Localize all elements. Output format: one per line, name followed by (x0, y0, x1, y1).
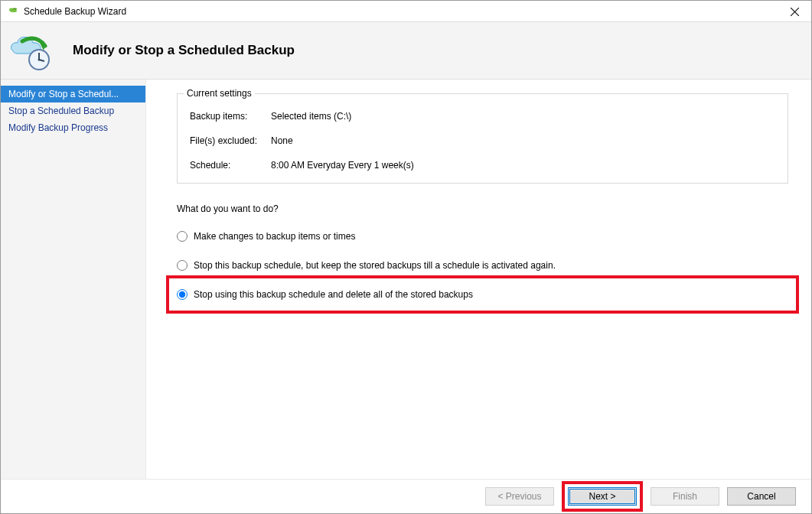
radio-stop-delete[interactable] (177, 289, 188, 300)
sidebar-item-modify-progress[interactable]: Modify Backup Progress (1, 119, 145, 136)
sidebar-item-label: Modify or Stop a Schedul... (8, 89, 119, 99)
app-icon (7, 5, 19, 18)
group-legend: Current settings (184, 88, 255, 99)
setting-label: Schedule: (190, 160, 271, 171)
radio-stop-keep[interactable] (177, 260, 188, 271)
radio-make-changes[interactable] (177, 231, 188, 242)
window-title: Schedule Backup Wizard (24, 6, 126, 17)
option-label: Stop using this backup schedule and dele… (194, 289, 473, 300)
setting-value: None (271, 135, 293, 146)
highlight-selected-option: Stop using this backup schedule and dele… (166, 275, 799, 314)
setting-row-schedule: Schedule: 8:00 AM Everyday Every 1 week(… (190, 160, 775, 171)
setting-value: 8:00 AM Everyday Every 1 week(s) (271, 160, 414, 171)
question-text: What do you want to do? (177, 203, 788, 214)
option-stop-keep[interactable]: Stop this backup schedule, but keep the … (177, 260, 788, 271)
wizard-steps-sidebar: Modify or Stop a Schedul... Stop a Sched… (1, 80, 146, 479)
option-label: Stop this backup schedule, but keep the … (194, 260, 556, 271)
next-button[interactable]: Next > (568, 487, 637, 506)
highlight-next-button: Next > (562, 481, 643, 512)
setting-row-backup-items: Backup items: Selected items (C:\) (190, 111, 775, 122)
cancel-button[interactable]: Cancel (727, 487, 796, 506)
setting-label: File(s) excluded: (190, 135, 271, 146)
titlebar: Schedule Backup Wizard (1, 1, 811, 22)
main-panel: Current settings Backup items: Selected … (146, 80, 811, 479)
sidebar-item-stop-scheduled[interactable]: Stop a Scheduled Backup (1, 102, 145, 119)
option-make-changes[interactable]: Make changes to backup items or times (177, 231, 788, 242)
setting-label: Backup items: (190, 111, 271, 122)
previous-button: < Previous (485, 487, 554, 506)
page-heading: Modify or Stop a Scheduled Backup (73, 43, 295, 58)
footer: < Previous Next > Finish Cancel (1, 479, 811, 513)
setting-row-files-excluded: File(s) excluded: None (190, 135, 775, 146)
sidebar-item-label: Stop a Scheduled Backup (8, 106, 114, 116)
finish-button: Finish (651, 487, 719, 506)
close-button[interactable] (778, 1, 811, 22)
sidebar-item-label: Modify Backup Progress (8, 122, 108, 133)
option-label: Make changes to backup items or times (194, 231, 355, 242)
banner-icon (8, 28, 54, 73)
wizard-window: Schedule Backup Wizard Modify (0, 0, 812, 514)
close-icon (791, 8, 799, 16)
svg-point-6 (38, 59, 41, 61)
setting-value: Selected items (C:\) (271, 111, 351, 122)
banner: Modify or Stop a Scheduled Backup (1, 22, 811, 80)
body: Modify or Stop a Schedul... Stop a Sched… (1, 80, 811, 479)
current-settings-group: Current settings Backup items: Selected … (177, 93, 788, 184)
sidebar-item-modify-or-stop[interactable]: Modify or Stop a Schedul... (1, 86, 145, 102)
option-stop-delete[interactable]: Stop using this backup schedule and dele… (177, 289, 788, 300)
